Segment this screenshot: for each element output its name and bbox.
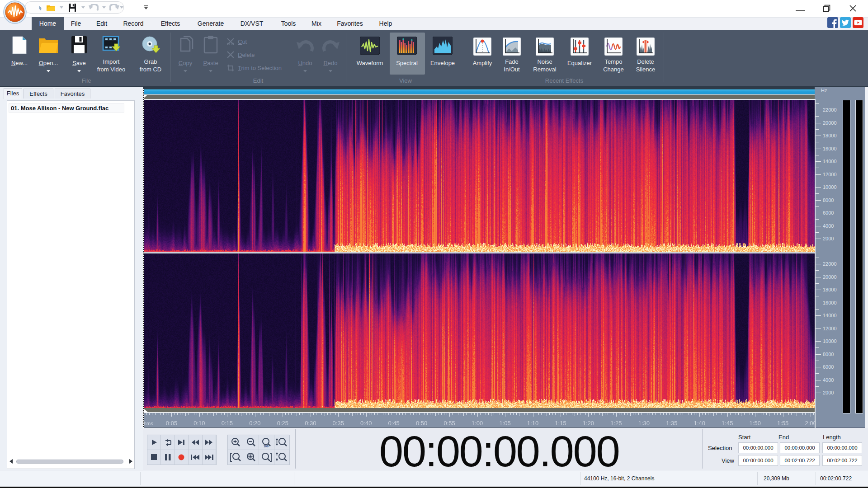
svg-text:100: 100 (264, 444, 269, 447)
